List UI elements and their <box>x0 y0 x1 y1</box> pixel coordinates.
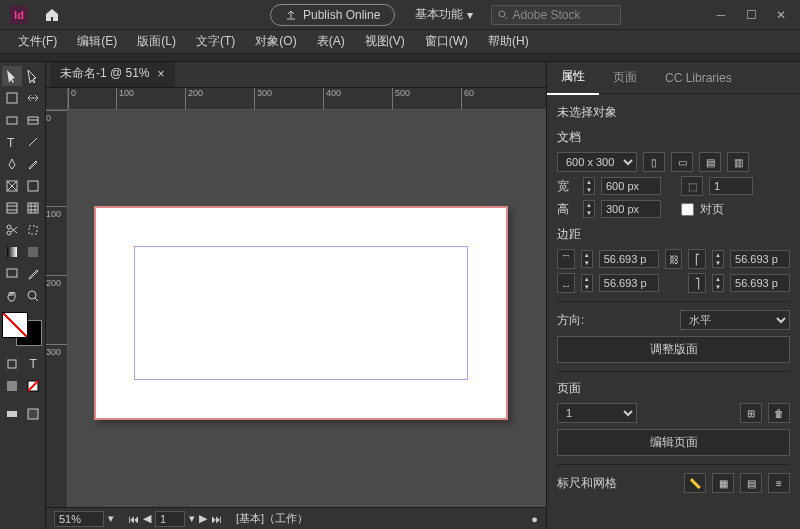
first-page-icon[interactable]: ⏮ <box>128 513 139 525</box>
apply-none[interactable] <box>24 376 44 396</box>
type-tool[interactable]: T <box>2 132 22 152</box>
fill-stroke-swatch[interactable] <box>2 312 42 346</box>
pen-tool[interactable] <box>2 154 22 174</box>
orientation-landscape-icon[interactable]: ▭ <box>671 152 693 172</box>
margin-bottom-stepper[interactable]: ▲▼ <box>581 274 593 292</box>
pencil-tool[interactable] <box>24 154 44 174</box>
grid1-icon[interactable]: ▦ <box>712 473 734 493</box>
layer-indicator[interactable]: [基本]（工作） <box>236 511 308 526</box>
adobe-stock-search[interactable]: Adobe Stock <box>491 5 621 25</box>
orientation-portrait-icon[interactable]: ▯ <box>643 152 665 172</box>
errors-icon[interactable]: ● <box>531 513 538 525</box>
content-collector-tool[interactable] <box>2 110 22 130</box>
width-stepper[interactable]: ▲▼ <box>583 177 595 195</box>
container-toggle[interactable] <box>2 354 22 374</box>
menu-table[interactable]: 表(A) <box>309 30 353 53</box>
gap-tool[interactable] <box>24 88 44 108</box>
margin-right-stepper[interactable]: ▲▼ <box>712 274 724 292</box>
orientation-select[interactable]: 水平 <box>680 310 790 330</box>
page-navigator[interactable]: ⏮ ◀ ▾ ▶ ⏭ <box>128 511 222 527</box>
menu-window[interactable]: 窗口(W) <box>417 30 476 53</box>
height-input[interactable] <box>601 200 661 218</box>
margin-left-stepper[interactable]: ▲▼ <box>712 250 724 268</box>
page-input[interactable] <box>155 511 185 527</box>
delete-page-icon[interactable]: 🗑 <box>768 403 790 423</box>
maximize-button[interactable]: ☐ <box>736 4 766 26</box>
grid-tool1[interactable] <box>2 198 22 218</box>
margin-bottom-input[interactable] <box>599 274 659 292</box>
scissors-tool[interactable] <box>2 220 22 240</box>
page-preset-select[interactable]: 600 x 300 <box>557 152 637 172</box>
margin-top-stepper[interactable]: ▲▼ <box>581 250 593 268</box>
ruler-origin[interactable] <box>46 88 68 110</box>
close-button[interactable]: ✕ <box>766 4 796 26</box>
page-tool[interactable] <box>2 88 22 108</box>
menu-file[interactable]: 文件(F) <box>10 30 65 53</box>
edit-pages-button[interactable]: 编辑页面 <box>557 429 790 456</box>
horizontal-ruler[interactable]: 0 100 200 300 400 500 60 <box>68 88 546 110</box>
tab-close-icon[interactable]: × <box>158 67 165 81</box>
height-stepper[interactable]: ▲▼ <box>583 200 595 218</box>
document-tab[interactable]: 未命名-1 @ 51% × <box>50 62 175 87</box>
publish-online-button[interactable]: Publish Online <box>270 4 395 26</box>
scale-icon[interactable]: ⬚ <box>681 176 703 196</box>
menu-view[interactable]: 视图(V) <box>357 30 413 53</box>
hand-tool[interactable] <box>2 286 22 306</box>
minimize-button[interactable]: ─ <box>706 4 736 26</box>
last-page-icon[interactable]: ⏭ <box>211 513 222 525</box>
page[interactable] <box>94 206 508 420</box>
menu-object[interactable]: 对象(O) <box>247 30 304 53</box>
vertical-ruler[interactable]: 0 100 200 300 <box>46 110 68 507</box>
grid2-icon[interactable]: ▤ <box>740 473 762 493</box>
workspace-switcher[interactable]: 基本功能 ▾ <box>415 6 473 23</box>
canvas[interactable] <box>68 110 546 507</box>
content-placer-tool[interactable] <box>24 110 44 130</box>
bind-left-icon[interactable]: ▤ <box>699 152 721 172</box>
chevron-down-icon[interactable]: ▾ <box>108 512 114 525</box>
pages-count-select[interactable]: 1 <box>557 403 637 423</box>
preview-mode[interactable] <box>24 404 44 424</box>
gradient-swatch-tool[interactable] <box>2 242 22 262</box>
free-transform-tool[interactable] <box>24 220 44 240</box>
menu-help[interactable]: 帮助(H) <box>480 30 537 53</box>
menu-layout[interactable]: 版面(L) <box>129 30 184 53</box>
scale-input[interactable] <box>709 177 753 195</box>
margin-right-input[interactable] <box>730 274 790 292</box>
menu-type[interactable]: 文字(T) <box>188 30 243 53</box>
zoom-tool[interactable] <box>24 286 44 306</box>
direct-selection-tool[interactable] <box>24 66 44 86</box>
apply-color[interactable] <box>2 376 22 396</box>
fill-swatch[interactable] <box>2 312 28 338</box>
margin-left-input[interactable] <box>730 250 790 268</box>
note-tool[interactable] <box>2 264 22 284</box>
eyedropper-tool[interactable] <box>24 264 44 284</box>
width-input[interactable] <box>601 177 661 195</box>
next-page-icon[interactable]: ▶ <box>199 512 207 525</box>
text-toggle[interactable]: T <box>24 354 44 374</box>
ruler-icon[interactable]: 📏 <box>684 473 706 493</box>
tab-cc-libraries[interactable]: CC Libraries <box>651 63 746 93</box>
add-page-icon[interactable]: ⊞ <box>740 403 762 423</box>
selection-tool[interactable] <box>2 66 22 86</box>
adjust-layout-button[interactable]: 调整版面 <box>557 336 790 363</box>
gradient-feather-tool[interactable] <box>24 242 44 262</box>
grid3-icon[interactable]: ≡ <box>768 473 790 493</box>
rectangle-frame-tool[interactable] <box>2 176 22 196</box>
link-margins-icon[interactable]: ⛓ <box>665 249 683 269</box>
normal-view-mode[interactable] <box>2 404 22 424</box>
line-tool[interactable] <box>24 132 44 152</box>
menu-edit[interactable]: 编辑(E) <box>69 30 125 53</box>
prev-page-icon[interactable]: ◀ <box>143 512 151 525</box>
facing-pages-checkbox[interactable] <box>681 203 694 216</box>
grid-tool2[interactable] <box>24 198 44 218</box>
tab-pages[interactable]: 页面 <box>599 62 651 94</box>
chevron-down-icon[interactable]: ▾ <box>189 512 195 525</box>
home-icon[interactable] <box>44 7 60 23</box>
rectangle-tool[interactable] <box>24 176 44 196</box>
zoom-input[interactable] <box>54 511 104 527</box>
margin-top-input[interactable] <box>599 250 659 268</box>
tab-properties[interactable]: 属性 <box>547 62 599 95</box>
zoom-level[interactable]: ▾ <box>54 511 114 527</box>
bind-right-icon[interactable]: ▥ <box>727 152 749 172</box>
margin-bottom-icon: ⎵ <box>557 273 575 293</box>
